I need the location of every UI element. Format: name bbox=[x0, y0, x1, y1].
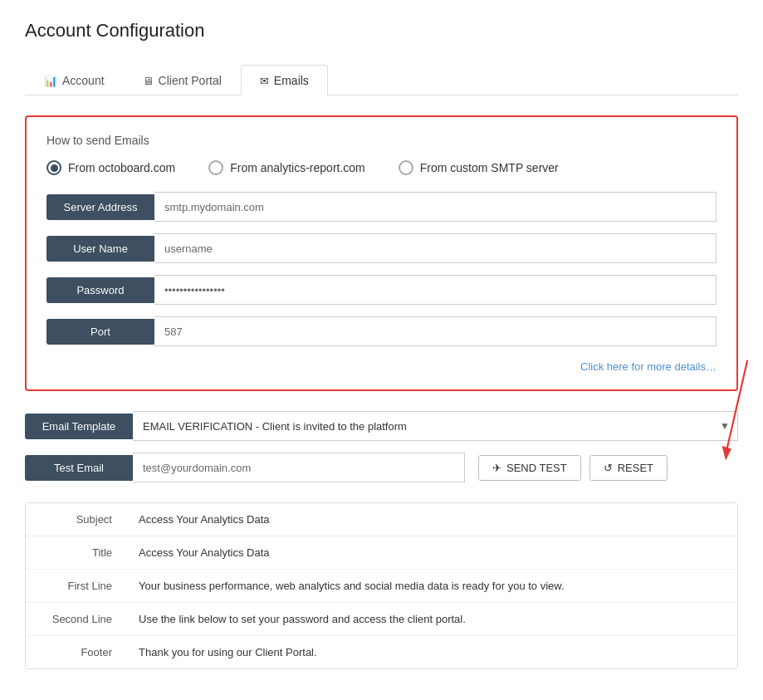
reset-label: RESET bbox=[618, 462, 653, 474]
send-icon: ✈ bbox=[492, 462, 501, 474]
tab-account[interactable]: 📊 Account bbox=[25, 65, 124, 95]
tabs-nav: 📊 Account 🖥 Client Portal ✉ Emails bbox=[25, 65, 738, 95]
field-row-title: Title bbox=[26, 536, 737, 570]
password-label: Password bbox=[46, 277, 154, 303]
radio-octoboard[interactable]: From octoboard.com bbox=[46, 160, 175, 175]
port-row: Port bbox=[46, 316, 717, 346]
server-address-label: Server Address bbox=[46, 194, 154, 220]
test-email-input[interactable] bbox=[133, 453, 465, 482]
account-icon: 📊 bbox=[44, 75, 57, 87]
server-address-row: Server Address bbox=[46, 192, 717, 222]
tab-client-portal[interactable]: 🖥 Client Portal bbox=[124, 65, 241, 95]
radio-custom-smtp-circle bbox=[399, 160, 413, 175]
port-input[interactable] bbox=[154, 316, 717, 346]
radio-analytics-circle bbox=[208, 160, 223, 175]
email-template-label: Email Template bbox=[25, 414, 133, 439]
password-input[interactable] bbox=[154, 275, 717, 305]
smtp-section-title: How to send Emails bbox=[46, 134, 717, 147]
field-label-first-line: First Line bbox=[26, 570, 125, 602]
test-email-row: Test Email ✈ SEND TEST ↺ RESET bbox=[25, 453, 738, 482]
radio-analytics[interactable]: From analytics-report.com bbox=[208, 160, 365, 175]
radio-custom-smtp[interactable]: From custom SMTP server bbox=[399, 160, 559, 175]
radio-analytics-label: From analytics-report.com bbox=[230, 161, 365, 174]
svg-marker-1 bbox=[722, 446, 731, 461]
email-template-row: Email Template EMAIL VERIFICATION - Clie… bbox=[25, 411, 738, 441]
email-fields-section: Subject Title First Line Second Line Foo… bbox=[25, 502, 738, 669]
username-label: User Name bbox=[46, 236, 154, 262]
radio-octoboard-label: From octoboard.com bbox=[68, 161, 175, 174]
tab-emails[interactable]: ✉ Emails bbox=[241, 65, 328, 95]
radio-group-send-method: From octoboard.com From analytics-report… bbox=[46, 160, 717, 175]
field-input-footer[interactable] bbox=[125, 636, 737, 668]
tab-client-portal-label: Client Portal bbox=[159, 74, 222, 87]
reset-icon: ↺ bbox=[604, 462, 613, 474]
emails-icon: ✉ bbox=[260, 75, 269, 87]
smtp-section: How to send Emails From octoboard.com Fr… bbox=[25, 115, 738, 391]
test-area-wrapper: Email Template EMAIL VERIFICATION - Clie… bbox=[25, 411, 738, 482]
details-link-container: Click here for more details… bbox=[46, 360, 717, 373]
username-input[interactable] bbox=[154, 233, 717, 263]
send-test-label: SEND TEST bbox=[506, 462, 567, 474]
server-address-input[interactable] bbox=[154, 192, 717, 222]
field-input-second-line[interactable] bbox=[125, 603, 737, 635]
field-input-subject[interactable] bbox=[125, 503, 737, 536]
field-row-first-line: First Line bbox=[26, 570, 737, 603]
field-row-second-line: Second Line bbox=[26, 603, 737, 636]
details-link[interactable]: Click here for more details… bbox=[580, 360, 717, 373]
field-input-title[interactable] bbox=[125, 536, 737, 569]
field-label-second-line: Second Line bbox=[26, 603, 125, 635]
field-label-footer: Footer bbox=[26, 636, 125, 668]
test-actions: ✈ SEND TEST ↺ RESET bbox=[478, 455, 668, 481]
field-label-title: Title bbox=[26, 536, 125, 569]
password-row: Password bbox=[46, 275, 717, 305]
email-template-select-wrapper: EMAIL VERIFICATION - Client is invited t… bbox=[133, 411, 738, 441]
field-label-subject: Subject bbox=[26, 503, 125, 536]
radio-octoboard-circle bbox=[46, 160, 61, 175]
port-label: Port bbox=[46, 319, 154, 345]
tab-emails-label: Emails bbox=[274, 74, 309, 87]
radio-custom-smtp-label: From custom SMTP server bbox=[420, 161, 559, 174]
send-test-button[interactable]: ✈ SEND TEST bbox=[478, 455, 581, 481]
tab-account-label: Account bbox=[62, 74, 105, 87]
field-row-subject: Subject bbox=[26, 503, 737, 536]
test-email-label: Test Email bbox=[25, 455, 133, 481]
reset-button[interactable]: ↺ RESET bbox=[589, 455, 668, 481]
client-portal-icon: 🖥 bbox=[143, 75, 154, 87]
username-row: User Name bbox=[46, 233, 717, 263]
email-template-select[interactable]: EMAIL VERIFICATION - Client is invited t… bbox=[133, 411, 738, 441]
page-title: Account Configuration bbox=[25, 20, 738, 42]
field-row-footer: Footer bbox=[26, 636, 737, 668]
field-input-first-line[interactable] bbox=[125, 570, 737, 602]
